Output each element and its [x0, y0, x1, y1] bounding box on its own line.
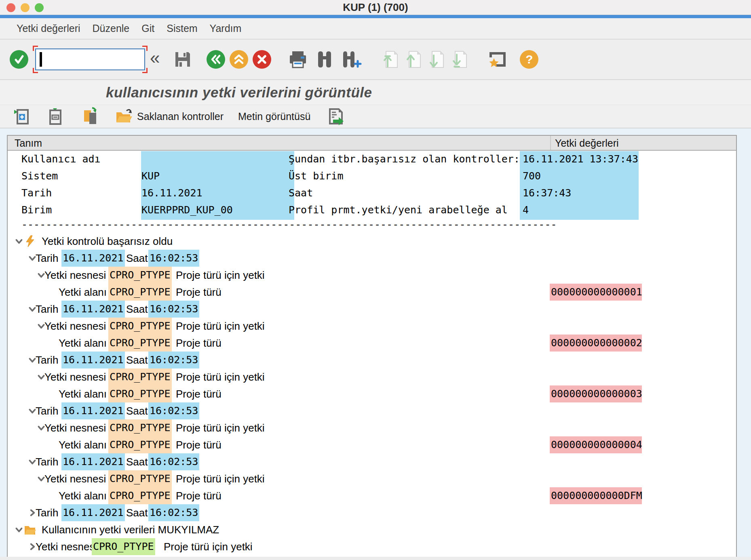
failed-check-groups: Tarih 16.11.2021 Saat 16:02:53 Yetki nes…: [8, 250, 736, 504]
menu-duzenle[interactable]: Düzenle: [86, 23, 136, 34]
menu-git[interactable]: Git: [135, 23, 160, 34]
tree-node-auth-object[interactable]: Yetki nesnesi CPRO_PTYPE Proje türü için…: [8, 470, 736, 487]
cancel-icon[interactable]: [253, 50, 271, 69]
tree-node-auth-object[interactable]: Yetki nesnesi CPRO_PTYPE Proje türü için…: [8, 318, 736, 335]
print-icon[interactable]: [288, 50, 308, 69]
save-icon[interactable]: [173, 50, 192, 69]
window-titlebar: KUP (1) (700): [0, 0, 751, 15]
tree-node-date[interactable]: Tarih 16.11.2021 Saat 16:02:53: [8, 301, 736, 318]
expand-all-icon[interactable]: [13, 107, 30, 125]
menu-yardim[interactable]: Yardım: [204, 23, 248, 34]
tree-node-auth-object[interactable]: Yetki nesnesi CPRO_PTYPE Proje türü için…: [8, 368, 736, 385]
enter-icon[interactable]: [10, 50, 28, 69]
chevron-down-icon[interactable]: [14, 525, 24, 535]
window-title: KUP (1) (700): [343, 1, 408, 14]
tree-node-date[interactable]: Tarih 16.11.2021 Saat 16:02:53: [8, 453, 736, 470]
info-label: Tarih: [21, 185, 52, 202]
close-window-icon[interactable]: [6, 3, 15, 12]
text-view-label: Metin görüntüsü: [238, 111, 310, 122]
tree-node-auth-object[interactable]: Yetki nesnesi CPRO_PTYPE Proje türü için…: [8, 267, 736, 284]
first-page-icon[interactable]: [380, 50, 398, 69]
auth-object-label: Yetki nesnesi: [36, 538, 97, 555]
tree-node-auth-field[interactable]: Yetki alanı CPRO_PTYPE Proje türü 000000…: [8, 335, 736, 352]
auth-field-value: CPRO_PTYPE: [108, 335, 172, 352]
checked-value: 000000000000DFM: [550, 487, 642, 504]
menu-sistem[interactable]: Sistem: [160, 23, 203, 34]
tree-node-auth-field[interactable]: Yetki alanı CPRO_PTYPE Proje türü 000000…: [8, 385, 736, 402]
info-row[interactable]: Sistem KUP Üst birim 700: [8, 168, 736, 185]
saved-checks-button[interactable]: Saklanan kontroller: [115, 107, 224, 125]
help-icon[interactable]: ?: [520, 50, 538, 69]
info-value: KUP: [141, 168, 160, 185]
time-value: 16:02:53: [148, 250, 199, 267]
time-label: Saat: [126, 504, 148, 521]
column-divider[interactable]: [550, 136, 551, 150]
tree-node-auth-object-collapsed[interactable]: Yetki nesnesi CPRO_PTYPE Proje türü için…: [8, 538, 736, 555]
auth-object-value: CPRO_PTYPE: [108, 419, 172, 436]
find-icon[interactable]: [315, 50, 334, 69]
auth-field-label: Yetki alanı: [59, 284, 107, 301]
tree-node-user-auth-data[interactable]: Kullanıcının yetki verileri MUKYILMAZ: [8, 521, 736, 538]
auth-field-label: Yetki alanı: [59, 487, 107, 504]
auth-object-label: Yetki nesnesi: [44, 470, 106, 487]
collapse-all-icon[interactable]: [47, 107, 63, 125]
next-page-icon[interactable]: [426, 50, 444, 69]
info-rows: Kullanıcı adı Şundan itbr.başarısız olan…: [8, 151, 736, 219]
application-toolbar: Saklanan kontroller Metin görüntüsü: [0, 105, 751, 128]
info-row[interactable]: Tarih 16.11.2021 Saat 16:37:43: [8, 185, 736, 202]
info-row[interactable]: Birim KUERPPRD_KUP_00 Profil prmt.yetki/…: [8, 202, 736, 219]
time-value: 16:02:53: [148, 504, 199, 521]
info-value2: 4: [523, 202, 529, 219]
text-caret: [40, 52, 42, 67]
auth-field-value: CPRO_PTYPE: [108, 487, 172, 504]
export-icon[interactable]: [327, 107, 346, 125]
shortcut-icon[interactable]: [488, 50, 507, 69]
find-next-icon[interactable]: [341, 50, 362, 69]
saved-checks-label: Saklanan kontroller: [137, 111, 224, 122]
info-row[interactable]: Kullanıcı adı Şundan itbr.başarısız olan…: [8, 151, 736, 168]
time-label: Saat: [126, 301, 148, 318]
column-header-yetki-degerleri[interactable]: Yetki değerleri: [555, 136, 619, 151]
text-view-button[interactable]: Metin görüntüsü: [238, 111, 310, 122]
exit-icon[interactable]: [230, 50, 248, 69]
auth-object-value: CPRO_PTYPE: [108, 368, 172, 385]
tree-node-auth-field[interactable]: Yetki alanı CPRO_PTYPE Proje türü 000000…: [8, 487, 736, 504]
tree-node-date[interactable]: Tarih 16.11.2021 Saat 16:02:53: [8, 352, 736, 368]
maximize-window-icon[interactable]: [35, 3, 44, 12]
field-corner-mark: [142, 46, 148, 51]
auth-field-label: Yetki alanı: [59, 436, 107, 453]
lightning-icon: [24, 235, 36, 247]
tree-node-date[interactable]: Tarih 16.11.2021 Saat 16:02:53: [8, 250, 736, 267]
info-label: Birim: [21, 202, 52, 219]
info-value2: 16:37:43: [523, 185, 571, 202]
auth-field-desc: Proje türü: [176, 487, 222, 504]
date-value: 16.11.2021: [61, 352, 125, 368]
date-label: Tarih: [36, 453, 58, 470]
time-value: 16:02:53: [148, 352, 199, 368]
auth-object-value: CPRO_PTYPE: [108, 318, 172, 335]
standard-toolbar: «: [0, 40, 751, 80]
tree-node-auth-field[interactable]: Yetki alanı CPRO_PTYPE Proje türü 000000…: [8, 436, 736, 453]
menu-yetki-degerleri[interactable]: Yetki değerleri: [11, 23, 86, 34]
info-label2: Üst birim: [289, 168, 343, 185]
date-value: 16.11.2021: [61, 453, 125, 470]
paste-icon[interactable]: [82, 107, 99, 126]
tree-node-auth-object[interactable]: Yetki nesnesi CPRO_PTYPE Proje türü için…: [8, 419, 736, 436]
chevron-down-icon[interactable]: [14, 236, 24, 246]
column-header-tanim[interactable]: Tanım: [15, 136, 42, 151]
traffic-lights: [6, 3, 44, 12]
last-page-icon[interactable]: [449, 50, 467, 69]
tree-node-auth-field[interactable]: Yetki alanı CPRO_PTYPE Proje türü 000000…: [8, 284, 736, 301]
tree-node-date-collapsed[interactable]: Tarih 16.11.2021 Saat 16:02:53: [8, 504, 736, 521]
screen-title: kullanıcısının yetki verilerini görüntül…: [106, 84, 372, 101]
info-label2: Saat: [289, 185, 313, 202]
date-value: 16.11.2021: [61, 250, 125, 267]
command-field[interactable]: [35, 48, 145, 70]
minimize-window-icon[interactable]: [21, 3, 30, 12]
tree-node-failed-checks[interactable]: Yetki kontrolü başarısız oldu: [8, 233, 736, 250]
info-value2: 700: [523, 168, 541, 185]
back-icon[interactable]: [207, 50, 225, 69]
previous-page-icon[interactable]: [403, 50, 421, 69]
tree-node-date[interactable]: Tarih 16.11.2021 Saat 16:02:53: [8, 402, 736, 419]
collapse-command-field-icon[interactable]: «: [150, 48, 160, 68]
